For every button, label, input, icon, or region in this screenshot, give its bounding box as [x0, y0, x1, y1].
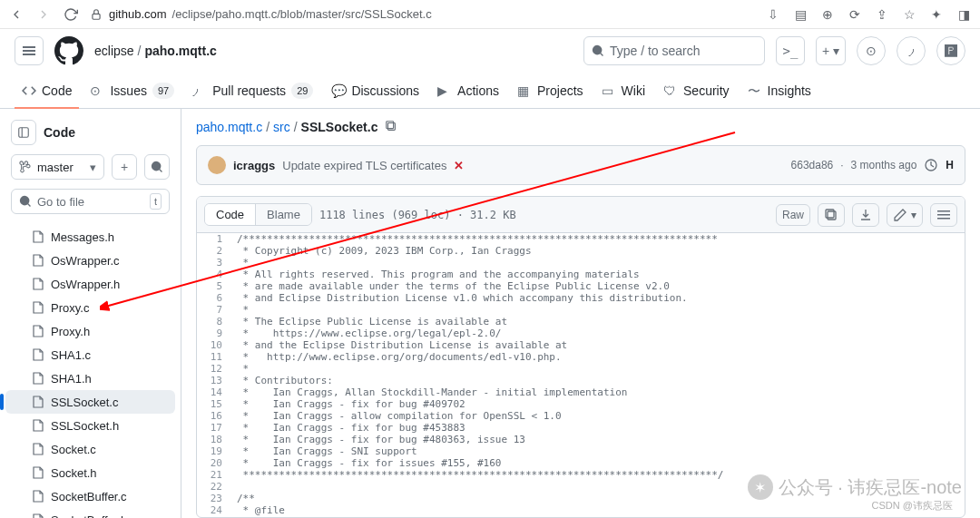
tree-item[interactable]: Socket.h [5, 461, 175, 484]
latest-commit-bar[interactable]: icraggs Update expired TLS certificates … [196, 145, 965, 185]
collapse-tree-button[interactable] [11, 120, 36, 145]
line-number[interactable]: 2 [197, 245, 237, 257]
tree-item-label: Proxy.c [51, 301, 89, 315]
commit-message[interactable]: Update expired TLS certificates [282, 159, 446, 172]
tree-item[interactable]: SocketBuffer.c [5, 484, 175, 508]
github-logo-icon[interactable] [54, 36, 83, 65]
line-number[interactable]: 15 [197, 398, 237, 410]
line-number[interactable]: 3 [197, 257, 237, 269]
url-bar[interactable]: github.com/eclipse/paho.mqtt.c/blob/mast… [89, 7, 755, 22]
play-icon: ▶ [437, 83, 452, 98]
path-dir[interactable]: src [273, 120, 290, 134]
org-link[interactable]: eclipse [94, 44, 134, 58]
line-number[interactable]: 8 [197, 316, 237, 327]
commit-sha[interactable]: 663da86 [791, 159, 834, 171]
branch-select[interactable]: master ▾ [11, 154, 104, 180]
line-number[interactable]: 13 [197, 375, 237, 386]
search-tree-button[interactable] [144, 154, 170, 180]
tab-projects[interactable]: ▦Projects [510, 73, 591, 108]
command-palette-button[interactable]: >_ [776, 36, 805, 65]
history-label[interactable]: H [946, 159, 954, 171]
svg-rect-3 [388, 123, 396, 131]
refresh-icon[interactable]: ⟳ [848, 7, 862, 22]
line-number[interactable]: 19 [197, 445, 237, 457]
line-number[interactable]: 25 [197, 516, 237, 517]
code-line: 13 * Contributors: [197, 375, 965, 386]
code-blame-toggle[interactable]: Code Blame [204, 203, 312, 226]
tab-actions[interactable]: ▶Actions [430, 73, 506, 108]
line-number[interactable]: 12 [197, 363, 237, 375]
tab-security[interactable]: 🛡Security [656, 73, 737, 108]
line-number[interactable]: 22 [197, 481, 237, 493]
issues-shortcut-button[interactable]: ⊙ [857, 36, 886, 65]
add-file-button[interactable]: + [112, 154, 137, 180]
copy-path-icon[interactable] [385, 120, 399, 134]
line-number[interactable]: 9 [197, 327, 237, 339]
file-tree[interactable]: Messages.hOsWrapper.cOsWrapper.hProxy.cP… [0, 221, 181, 518]
download-icon[interactable]: ⇩ [766, 7, 780, 22]
tab-code[interactable]: Code [15, 73, 79, 108]
tree-item[interactable]: Proxy.c [5, 296, 175, 319]
go-to-file-input[interactable]: Go to file t [11, 189, 170, 214]
url-host: github.com [109, 7, 167, 21]
translate-icon[interactable]: ▤ [793, 7, 808, 22]
raw-button[interactable]: Raw [776, 204, 810, 226]
extension-icon[interactable]: ✦ [929, 7, 944, 22]
line-number[interactable]: 1 [197, 233, 237, 245]
tab-blame-view[interactable]: Blame [256, 204, 311, 225]
tab-pull-requests[interactable]: ⵰Pull requests29 [185, 73, 320, 108]
line-number[interactable]: 24 [197, 504, 237, 516]
commit-author[interactable]: icraggs [233, 159, 275, 172]
tree-item[interactable]: Messages.h [5, 225, 175, 249]
line-number[interactable]: 4 [197, 269, 237, 280]
add-button[interactable]: + ▾ [816, 36, 846, 65]
notifications-button[interactable]: 🅿 [936, 36, 965, 65]
copy-button[interactable] [818, 203, 845, 227]
line-number[interactable]: 11 [197, 351, 237, 363]
line-number[interactable]: 7 [197, 304, 237, 316]
status-failed-icon[interactable]: ✕ [454, 159, 464, 172]
line-number[interactable]: 5 [197, 280, 237, 292]
share-icon[interactable]: ⇪ [875, 7, 889, 22]
tree-item[interactable]: Proxy.h [5, 319, 175, 343]
tree-item[interactable]: OsWrapper.c [5, 249, 175, 272]
reload-icon[interactable] [64, 7, 78, 22]
line-number[interactable]: 20 [197, 457, 237, 469]
tree-item[interactable]: SocketBuffer.h [5, 508, 175, 518]
back-icon[interactable] [9, 7, 24, 22]
edit-button[interactable]: ▾ [887, 203, 923, 227]
line-number[interactable]: 23 [197, 493, 237, 504]
line-number[interactable]: 14 [197, 386, 237, 398]
tree-item[interactable]: SHA1.h [5, 367, 175, 390]
tree-item[interactable]: SSLSocket.c [5, 390, 175, 414]
search-input[interactable]: Type / to search [583, 36, 765, 65]
search-icon [592, 44, 604, 57]
line-number[interactable]: 21 [197, 469, 237, 481]
star-icon[interactable]: ☆ [902, 7, 916, 22]
forward-icon[interactable] [36, 7, 51, 22]
tab-issues[interactable]: ⊙Issues97 [83, 73, 181, 108]
line-number[interactable]: 18 [197, 434, 237, 445]
repo-link[interactable]: paho.mqtt.c [144, 44, 216, 58]
tree-item[interactable]: OsWrapper.h [5, 272, 175, 296]
tree-item[interactable]: SHA1.c [5, 343, 175, 367]
history-icon[interactable] [924, 158, 938, 172]
download-button[interactable] [852, 203, 879, 227]
tab-wiki[interactable]: ▭Wiki [594, 73, 652, 108]
path-repo[interactable]: paho.mqtt.c [196, 120, 262, 134]
pulls-shortcut-button[interactable]: ⵰ [897, 36, 926, 65]
line-number[interactable]: 6 [197, 292, 237, 304]
hamburger-button[interactable] [15, 36, 44, 65]
line-number[interactable]: 17 [197, 422, 237, 434]
zoom-icon[interactable]: ⊕ [820, 7, 835, 22]
line-number[interactable]: 16 [197, 410, 237, 422]
commit-age[interactable]: 3 months ago [851, 159, 917, 171]
tree-item[interactable]: Socket.c [5, 437, 175, 461]
tab-code-view[interactable]: Code [205, 204, 256, 225]
sidepanel-icon[interactable]: ◨ [956, 7, 971, 22]
tree-item[interactable]: SSLSocket.h [5, 414, 175, 437]
more-button[interactable] [930, 203, 957, 227]
tab-discussions[interactable]: 💬Discussions [324, 73, 426, 108]
tab-insights[interactable]: 〜Insights [740, 73, 818, 108]
line-number[interactable]: 10 [197, 339, 237, 351]
